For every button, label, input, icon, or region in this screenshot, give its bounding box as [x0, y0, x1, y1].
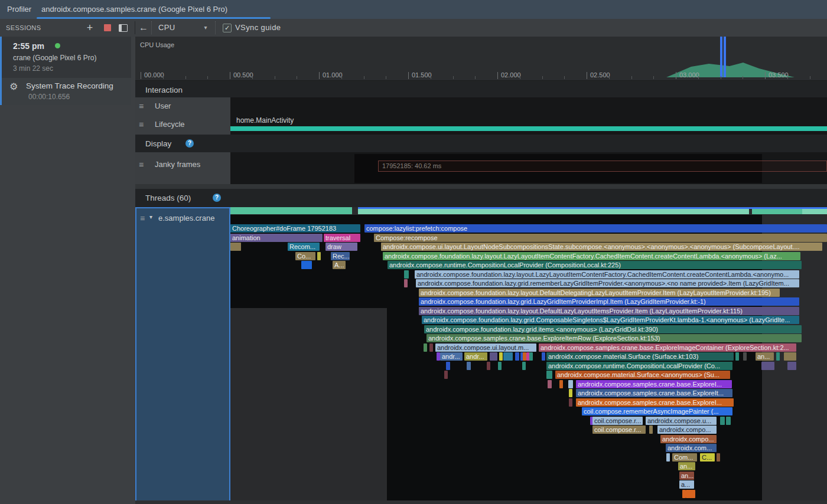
- lifecycle-track[interactable]: [230, 116, 827, 135]
- flame-bar[interactable]: A...: [333, 261, 346, 269]
- flame-bar[interactable]: [761, 362, 774, 370]
- flame-bar[interactable]: a...: [679, 480, 694, 489]
- flame-bar[interactable]: [498, 362, 502, 370]
- flame-bar[interactable]: androidx.compose.samples.crane.base.Expl…: [539, 343, 796, 352]
- expand-arrow-icon[interactable]: ▾: [149, 214, 152, 220]
- flame-bar[interactable]: an...: [679, 472, 694, 480]
- flame-bar[interactable]: androidx.compose.runtime.CompositionLoca…: [388, 261, 802, 269]
- flame-bar[interactable]: Com...: [672, 453, 697, 462]
- vsync-checkbox[interactable]: ✓: [223, 24, 232, 32]
- flame-bar[interactable]: [490, 352, 497, 361]
- help-icon[interactable]: ?: [213, 194, 221, 202]
- flame-bar[interactable]: [569, 398, 572, 407]
- flame-bar[interactable]: [230, 243, 241, 251]
- flame-bar[interactable]: androidx.compose.material.Surface (Surfa…: [546, 352, 734, 361]
- drag-handle-icon[interactable]: ≡: [139, 120, 144, 129]
- flame-bar[interactable]: [404, 279, 408, 287]
- flame-bar[interactable]: [568, 380, 573, 388]
- flame-bar[interactable]: [726, 417, 731, 425]
- flame-bar[interactable]: androidx.compose.runtime.CompositionLoca…: [546, 362, 732, 370]
- lifecycle-event-bar[interactable]: [230, 126, 827, 131]
- flame-bar[interactable]: Choreographer#doFrame 17952183: [230, 224, 360, 233]
- flame-bar[interactable]: [743, 352, 747, 361]
- flame-bar[interactable]: [424, 343, 427, 352]
- flame-bar[interactable]: androidx.compose.samples.crane.base.Expl…: [426, 334, 802, 342]
- flame-bar[interactable]: [522, 362, 526, 370]
- flame-bar[interactable]: androidx.compose.foundation.lazy.layout.…: [415, 270, 799, 279]
- flame-bar[interactable]: androidx.compose.foundation.lazy.grid.it…: [424, 325, 802, 333]
- flame-bar[interactable]: [692, 490, 695, 498]
- back-arrow-icon[interactable]: ←: [138, 19, 149, 37]
- flame-bar[interactable]: [499, 352, 503, 361]
- flame-bar[interactable]: [784, 352, 796, 361]
- flame-bar[interactable]: C...: [700, 453, 715, 462]
- flame-bar[interactable]: andr...: [440, 352, 463, 361]
- flame-bar[interactable]: andr...: [464, 352, 487, 361]
- flame-bar[interactable]: [404, 270, 409, 279]
- flame-bar[interactable]: [720, 417, 725, 425]
- flame-bar[interactable]: androidx.compose.foundation.lazy.grid.La…: [419, 297, 799, 306]
- thread-state-segment[interactable]: [802, 209, 827, 214]
- recording-item[interactable]: ⚙ System Trace Recording 00:00:10.656: [0, 78, 131, 105]
- thread-track-label[interactable]: ≡ ▾ e.samples.crane: [135, 207, 230, 504]
- flame-bar[interactable]: [446, 362, 450, 370]
- flame-bar[interactable]: [787, 362, 796, 370]
- help-icon[interactable]: ?: [185, 139, 194, 148]
- flame-bar[interactable]: androidx.compose.u...: [646, 417, 717, 425]
- flame-bar[interactable]: [735, 352, 739, 361]
- drag-handle-icon[interactable]: ≡: [139, 102, 144, 111]
- flame-bar[interactable]: [666, 453, 670, 462]
- flame-bar[interactable]: [467, 362, 471, 370]
- thread-state-segment[interactable]: [752, 209, 802, 214]
- flame-bar[interactable]: Recom...: [288, 243, 320, 251]
- flame-bar[interactable]: androidx.compose.foundation.lazy.grid.Co…: [422, 316, 799, 324]
- flame-bar[interactable]: Co...: [295, 252, 315, 260]
- flame-bar[interactable]: [569, 389, 572, 397]
- flame-bar[interactable]: [717, 453, 720, 462]
- janky-frame-duration-badge[interactable]: 17952185: 40.62 ms: [378, 161, 827, 172]
- tab-profiler[interactable]: Profiler: [2, 0, 36, 19]
- flame-bar[interactable]: androidx.compose.foundation.lazy.layout.…: [383, 252, 800, 260]
- flame-bar[interactable]: androidx.com...: [666, 444, 717, 452]
- flame-bar[interactable]: [649, 426, 653, 434]
- flame-bar[interactable]: [429, 343, 433, 352]
- flame-bar[interactable]: androidx.compose.samples.crane.base.Expl…: [576, 389, 732, 397]
- flame-bar[interactable]: Compose:recompose: [374, 234, 827, 242]
- flame-bar[interactable]: androidx.compose.foundation.lazy.grid.re…: [416, 279, 799, 287]
- flame-bar[interactable]: an...: [678, 462, 695, 470]
- flame-bar[interactable]: coil.compose.r...: [592, 426, 646, 434]
- flame-bar[interactable]: [546, 371, 552, 379]
- process-dropdown[interactable]: CPU: [158, 19, 175, 37]
- flame-bar[interactable]: an...: [756, 352, 774, 361]
- drag-handle-icon[interactable]: ≡: [139, 160, 144, 169]
- flame-bar[interactable]: [301, 261, 312, 269]
- flame-bar[interactable]: androidx.compose.ui.layout.LayoutNodeSub…: [381, 243, 822, 251]
- flame-bar[interactable]: [559, 380, 563, 388]
- flame-bar[interactable]: androidx.compose.material.Surface.<anony…: [555, 371, 730, 379]
- flame-bar[interactable]: animation: [230, 234, 323, 242]
- flame-bar[interactable]: coil.compose.rememberAsyncImagePainter (…: [582, 407, 732, 415]
- flame-bar[interactable]: Rec...: [331, 252, 350, 260]
- flame-bar[interactable]: androidx.compose.samples.crane.base.Expl…: [576, 398, 734, 407]
- tab-active-session[interactable]: androidx.compose.samples.crane (Google P…: [37, 0, 232, 19]
- flame-bar[interactable]: compose:lazylist:prefetch:compose: [364, 224, 827, 233]
- thread-state-segment[interactable]: [230, 207, 352, 214]
- flame-bar[interactable]: androidx.compo...: [660, 435, 717, 443]
- flame-bar[interactable]: androidx.compo...: [657, 426, 717, 434]
- user-track-label[interactable]: ≡ User: [135, 97, 230, 116]
- flame-bar[interactable]: androidx.compose.ui.layout.m...: [435, 343, 536, 352]
- lifecycle-track-label[interactable]: ≡ Lifecycle: [135, 116, 230, 135]
- janky-frames-track-label[interactable]: ≡ Janky frames: [135, 152, 230, 185]
- flame-bar[interactable]: [776, 352, 780, 361]
- flame-bar[interactable]: coil.compose.r...: [592, 417, 643, 425]
- thread-state-segment[interactable]: [358, 209, 749, 214]
- flame-bar[interactable]: [444, 371, 448, 379]
- chevron-down-icon[interactable]: ▾: [201, 19, 210, 37]
- flame-bar[interactable]: [487, 362, 490, 370]
- thread-flame-chart[interactable]: Choreographer#doFrame 17952183compose:la…: [230, 207, 827, 504]
- flame-bar[interactable]: [529, 352, 533, 361]
- drag-handle-icon[interactable]: ≡: [140, 214, 145, 223]
- flame-bar[interactable]: [317, 252, 321, 260]
- flame-bar[interactable]: [503, 352, 513, 361]
- stop-recording-icon[interactable]: [104, 24, 111, 31]
